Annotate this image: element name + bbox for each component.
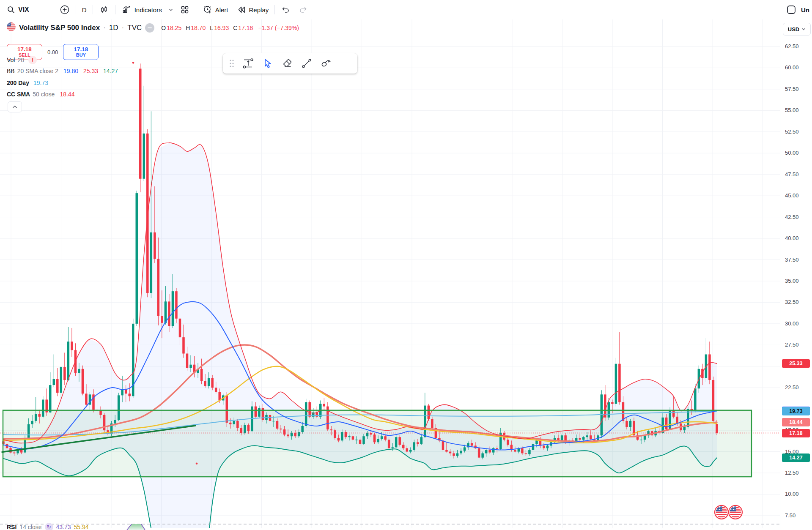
candle [391,447,394,448]
trendline-tool-icon[interactable] [298,55,315,72]
buy-button[interactable]: 17.18 BUY [63,44,99,60]
eraser-tool-icon[interactable] [279,55,296,72]
layout-name-label[interactable]: Un [801,6,812,14]
title-separator: · [103,24,106,32]
candle [229,423,232,424]
axis-tick: 50.00 [785,150,799,156]
indicators-label: Indicators [134,6,162,14]
brush-tool-icon[interactable] [318,55,335,72]
legend-params: 14 close [19,524,41,530]
candle [172,291,174,326]
candle [125,389,127,393]
cursor-tool-icon[interactable] [259,55,276,72]
legend-volume[interactable]: Vol 20 ! [7,56,37,64]
candle [698,369,700,388]
legend-ma200[interactable]: 200 Day 19.73 [7,79,48,86]
rsi-legend[interactable]: RSI 14 close ↻ 43.73 55.94 [7,523,89,530]
legend-name: BB [7,68,15,74]
no-volume-warning-icon[interactable]: ! [28,56,37,64]
add-symbol-button[interactable] [55,3,74,17]
candle [305,402,307,426]
drag-handle-icon[interactable] [226,55,237,72]
candle [168,301,170,326]
candle [683,427,686,430]
axis-tick: 57.50 [785,86,799,92]
candle [240,428,243,433]
candle [618,364,621,402]
axis-tick: 60.00 [785,64,799,71]
redo-button[interactable] [294,3,312,17]
price-range-tool-icon[interactable] [240,55,257,72]
candle [586,435,588,437]
candle [189,365,192,368]
undo-button[interactable] [277,3,294,17]
candle [431,419,433,428]
candle [471,443,473,445]
economic-event-flag-icon[interactable] [715,505,728,519]
candle [308,402,311,417]
candle [208,378,210,386]
indicators-button[interactable]: Indicators [117,3,166,17]
candle [337,438,340,440]
candle [716,424,718,433]
rsi-settings-icon[interactable]: ↻ [45,523,53,530]
currency-button[interactable]: USD [783,23,811,36]
legend-bollinger[interactable]: BB 20 SMA close 2 19.80 25.33 14.27 [7,68,118,74]
sell-price: 17.18 [17,46,32,53]
toolbar-separator [274,5,275,14]
templates-button[interactable] [176,3,194,17]
candle [362,436,365,444]
candle [280,429,282,429]
candle [582,437,585,440]
legend-ccsma[interactable]: CC SMA 50 close 18.44 [7,91,74,98]
interval-button[interactable]: D [78,3,91,17]
chart-style-button[interactable] [95,3,113,17]
candle [301,426,304,432]
candle [366,433,369,436]
candle [546,445,549,448]
price-axis[interactable]: USD 62.5060.0057.5055.0052.5050.0047.504… [781,19,812,530]
indicators-dropdown-arrow[interactable] [166,3,176,17]
candle [355,440,358,440]
candle [521,448,524,453]
candle [42,399,44,416]
axis-tick: 45.00 [785,192,799,199]
interval-label: D [82,6,87,14]
panel-layout-icon[interactable] [786,4,797,15]
candle [114,420,116,423]
replay-button[interactable]: Replay [233,3,273,17]
candle [352,436,354,440]
candle [82,369,84,394]
candle [413,442,416,450]
candle [179,319,181,337]
candle [507,440,509,445]
symbol-search-button[interactable]: VIX [3,3,33,17]
candle [121,389,123,395]
candle [143,134,145,179]
candle [417,442,419,444]
alert-button[interactable]: Alert [198,3,233,17]
axis-tick: 52.50 [785,128,799,135]
candle [236,421,239,428]
candle [157,259,160,316]
symbol-title[interactable]: Volatility S&P 500 Index [19,24,100,32]
indicators-icon [121,5,132,15]
axis-tick: 30.00 [785,320,799,327]
economic-event-flag-icon[interactable] [729,505,742,519]
candle [182,337,185,353]
candle [215,388,217,392]
drawing-toolbar [223,53,357,74]
exchange-title[interactable]: TVC [127,24,142,32]
collapse-legend-button[interactable] [8,101,22,112]
candle [283,429,286,434]
alert-label: Alert [215,6,228,14]
interval-title[interactable]: 1D [109,24,118,32]
chart-pane[interactable] [0,19,780,530]
hide-symbol-icon[interactable] [145,23,154,33]
candle [276,421,279,429]
price-chart[interactable] [0,0,812,530]
candle [35,414,37,421]
candle [488,450,491,453]
candle [200,369,203,381]
candle [453,454,455,456]
